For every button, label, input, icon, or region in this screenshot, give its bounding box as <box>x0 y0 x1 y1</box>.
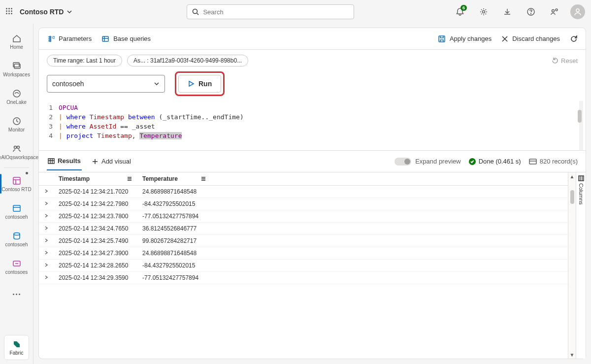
code-area[interactable]: OPCUA | where Timestamp between (_startT… <box>59 103 244 140</box>
svg-point-18 <box>50 38 51 39</box>
rail-contosoeh-1[interactable]: contosoeh <box>0 198 33 225</box>
settings-button[interactable] <box>476 4 492 20</box>
svg-text:@: @ <box>52 35 55 39</box>
app-launcher-icon[interactable] <box>6 8 14 16</box>
scroll-down-icon[interactable]: ▼ <box>568 351 576 359</box>
cell-temperature: 24.86898871648548 <box>137 186 211 198</box>
user-avatar[interactable] <box>570 4 585 19</box>
svg-point-1 <box>483 11 485 13</box>
table-row[interactable]: 2025-02-14 12:34:24.765036.8124552684677… <box>39 223 568 235</box>
expand-row-icon[interactable] <box>39 272 54 284</box>
people-icon <box>12 144 22 154</box>
cell-timestamp: 2025-02-14 12:34:28.2650 <box>54 260 137 272</box>
rail-contoso-rtd[interactable]: Contoso RTD <box>0 170 33 198</box>
help-icon <box>526 7 535 16</box>
columns-panel-toggle[interactable]: Columns <box>576 172 586 359</box>
col-timestamp[interactable]: Timestamp <box>59 175 90 182</box>
svg-point-12 <box>17 146 19 148</box>
table-scrollbar[interactable]: ▲ ▼ <box>568 172 576 359</box>
download-icon <box>503 7 512 16</box>
person-icon <box>573 7 582 16</box>
column-menu-icon[interactable] <box>200 176 206 182</box>
monitor-icon <box>12 116 22 126</box>
results-table[interactable]: Timestamp Temperature 2025-02-14 12:34:2… <box>39 172 568 359</box>
table-row[interactable]: 2025-02-14 12:34:23.7800-77.051324277578… <box>39 210 568 223</box>
expand-row-icon[interactable] <box>39 223 54 235</box>
more-icon <box>13 294 20 295</box>
editor-scrollbar[interactable] <box>578 101 585 150</box>
rail-home[interactable]: Home <box>0 28 33 55</box>
main-area: @ Parameters Base queries Apply changes … <box>33 24 591 364</box>
table-row[interactable]: 2025-02-14 12:34:27.390024.8689887164854… <box>39 247 568 260</box>
cell-timestamp: 2025-02-14 12:34:23.7800 <box>54 210 137 223</box>
top-header: Contoso RTD 6 <box>0 0 591 24</box>
header-actions: 6 <box>452 4 585 20</box>
expand-row-icon[interactable] <box>39 198 54 210</box>
table-row[interactable]: 2025-02-14 12:34:29.3590-77.051324277578… <box>39 272 568 284</box>
check-icon <box>469 158 476 165</box>
active-dot-icon <box>26 172 28 174</box>
refresh-button[interactable] <box>570 35 578 43</box>
table-header-row: Timestamp Temperature <box>39 172 568 186</box>
rail-more[interactable] <box>0 280 33 308</box>
search-box[interactable] <box>187 4 354 19</box>
scroll-up-icon[interactable]: ▲ <box>568 172 576 180</box>
asset-pill[interactable]: As... : 31af12a9-003f-4260-9499-898b0... <box>127 55 248 66</box>
expand-preview-toggle[interactable]: Expand preview <box>394 158 461 165</box>
column-menu-icon[interactable] <box>127 176 132 182</box>
search-input[interactable] <box>203 8 349 16</box>
table-row[interactable]: 2025-02-14 12:34:25.749099.8026728428271… <box>39 235 568 247</box>
col-temperature[interactable]: Temperature <box>142 175 178 182</box>
rail-myworkspace[interactable]: myAIOqsworkspace <box>0 138 33 165</box>
add-visual-button[interactable]: Add visual <box>92 158 131 165</box>
parameters-button[interactable]: @ Parameters <box>47 35 92 43</box>
fabric-switcher[interactable]: Fabric <box>4 335 29 360</box>
results-tab[interactable]: Results <box>47 152 82 170</box>
rail-contosoes[interactable]: contosoes <box>0 253 33 280</box>
data-source-select[interactable]: contosoeh <box>47 75 165 93</box>
expand-row-icon[interactable] <box>39 247 54 260</box>
expand-row-icon[interactable] <box>39 210 54 223</box>
discard-changes-button[interactable]: Discard changes <box>501 35 560 42</box>
svg-point-3 <box>531 14 531 14</box>
table-row[interactable]: 2025-02-14 12:34:28.2650-84.432792550201… <box>39 260 568 272</box>
run-button[interactable]: Run <box>178 75 221 93</box>
query-status: Done (0.461 s) <box>469 158 521 165</box>
rail-monitor[interactable]: Monitor <box>0 110 33 138</box>
svg-point-11 <box>14 146 16 148</box>
table-icon <box>48 158 55 165</box>
download-button[interactable] <box>499 4 515 20</box>
refresh-icon <box>570 35 578 43</box>
filter-row: Time range: Last 1 hour As... : 31af12a9… <box>39 50 586 71</box>
table-row[interactable]: 2025-02-14 12:34:22.7980-84.432792550201… <box>39 198 568 210</box>
cell-timestamp: 2025-02-14 12:34:25.7490 <box>54 235 137 247</box>
time-range-pill[interactable]: Time range: Last 1 hour <box>47 55 122 66</box>
base-queries-button[interactable]: Base queries <box>101 35 151 43</box>
query-editor[interactable]: 1234 OPCUA | where Timestamp between (_s… <box>39 101 586 150</box>
table-row[interactable]: 2025-02-14 12:34:21.702024.8689887164854… <box>39 186 568 198</box>
feedback-button[interactable] <box>547 4 562 20</box>
notifications-button[interactable]: 6 <box>452 4 468 20</box>
close-icon <box>501 35 508 42</box>
queries-icon <box>101 35 109 43</box>
rail-onelake[interactable]: OneLake <box>0 83 33 110</box>
reset-button[interactable]: Reset <box>551 57 578 65</box>
expand-row-icon[interactable] <box>39 235 54 247</box>
toggle-switch[interactable] <box>394 158 411 165</box>
expand-row-icon[interactable] <box>39 260 54 272</box>
rail-contosoeh-2[interactable]: contosoeh <box>0 225 33 253</box>
rail-workspaces[interactable]: Workspaces <box>0 55 33 83</box>
onelake-icon <box>12 89 22 99</box>
content-card: @ Parameters Base queries Apply changes … <box>38 28 586 359</box>
expand-row-icon[interactable] <box>39 186 54 198</box>
workspace-selector[interactable]: Contoso RTD <box>20 8 72 16</box>
help-button[interactable] <box>523 4 539 20</box>
apply-changes-button[interactable]: Apply changes <box>438 35 492 43</box>
cell-temperature: -77.05132427757894 <box>137 272 211 284</box>
results-table-wrap: Timestamp Temperature 2025-02-14 12:34:2… <box>39 172 586 359</box>
dashboard-icon <box>12 176 22 186</box>
svg-point-6 <box>576 9 579 12</box>
svg-point-19 <box>50 40 51 41</box>
person-feedback-icon <box>550 7 559 16</box>
svg-rect-13 <box>13 177 20 184</box>
